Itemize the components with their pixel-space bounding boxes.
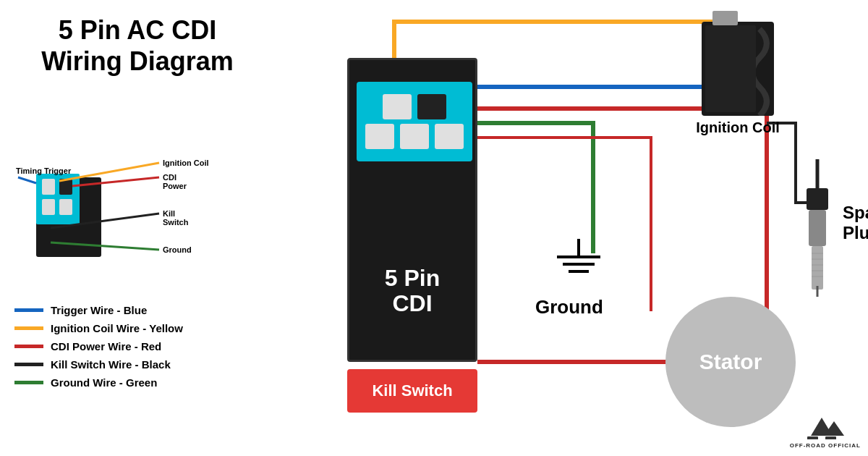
coil-winding-svg — [702, 22, 774, 116]
svg-text:Kill: Kill — [163, 209, 175, 218]
blue-legend-label: Trigger Wire - Blue — [51, 304, 147, 316]
stator-circle: Stator — [665, 297, 796, 427]
svg-rect-40 — [825, 436, 836, 439]
ignition-coil-assembly: Ignition Coil — [702, 22, 788, 136]
yellow-line-indicator — [14, 326, 43, 330]
cdi-connector — [357, 82, 472, 161]
svg-rect-27 — [809, 210, 826, 246]
connector-pin-2 — [417, 94, 446, 119]
connector-top-row — [383, 94, 446, 119]
stator-label: Stator — [699, 350, 762, 374]
svg-text:CDI: CDI — [163, 173, 176, 182]
svg-rect-2 — [42, 179, 55, 195]
svg-text:Timing Trigger: Timing Trigger — [16, 166, 72, 175]
legend-item-red: CDI Power Wire - Red — [14, 340, 217, 352]
ground-svg-icon — [535, 239, 622, 297]
wire-legend: Trigger Wire - Blue Ignition Coil Wire -… — [14, 304, 217, 394]
black-line-indicator — [14, 363, 43, 366]
red-legend-label: CDI Power Wire - Red — [51, 340, 161, 352]
spark-plug-svg — [796, 159, 839, 304]
svg-text:Ground: Ground — [163, 245, 192, 254]
ignition-coil-label: Ignition Coil — [687, 119, 788, 136]
ground-symbol: Ground — [535, 239, 622, 318]
black-legend-label: Kill Switch Wire - Black — [51, 358, 171, 371]
svg-rect-4 — [42, 199, 55, 215]
cdi-main-box: 5 PinCDI — [347, 58, 477, 362]
blue-line-indicator — [14, 308, 43, 312]
red-line-indicator — [14, 345, 43, 348]
green-line-indicator — [14, 381, 43, 384]
logo-svg — [804, 410, 847, 439]
small-cdi-svg: Timing Trigger Ignition Coil CDI Power K… — [14, 134, 231, 300]
cdi-main-label: 5 PinCDI — [349, 266, 475, 316]
legend-item-green: Ground Wire - Green — [14, 376, 217, 389]
kill-switch-label: Kill Switch — [372, 381, 452, 400]
connector-pin-5 — [435, 124, 464, 149]
svg-rect-5 — [59, 199, 72, 215]
spark-plug-assembly: Spark Plug — [796, 159, 839, 307]
svg-rect-37 — [807, 436, 818, 439]
brand-name: OFF-ROAD OFFICIAL — [790, 442, 861, 449]
connector-bottom-row — [365, 124, 464, 149]
legend-item-yellow: Ignition Coil Wire - Yellow — [14, 322, 217, 334]
svg-text:Power: Power — [163, 182, 187, 190]
brand-logo: OFF-ROAD OFFICIAL — [790, 410, 861, 449]
kill-switch-box: Kill Switch — [347, 369, 477, 413]
connector-pin-3 — [365, 124, 394, 149]
legend-item-black: Kill Switch Wire - Black — [14, 358, 217, 371]
spark-plug-label: Spark Plug — [843, 203, 868, 243]
ground-text-label: Ground — [535, 296, 622, 318]
ignition-coil-box — [702, 22, 774, 116]
svg-rect-24 — [705, 25, 756, 112]
svg-text:Ignition Coil: Ignition Coil — [163, 159, 209, 167]
connector-pin-4 — [400, 124, 429, 149]
legend-item-blue: Trigger Wire - Blue — [14, 304, 217, 316]
svg-text:Switch: Switch — [163, 218, 189, 227]
yellow-legend-label: Ignition Coil Wire - Yellow — [51, 322, 183, 334]
main-diagram: 5 PinCDI Kill Switch Ground Ignition Coi… — [260, 0, 868, 456]
green-legend-label: Ground Wire - Green — [51, 376, 157, 389]
svg-rect-28 — [812, 246, 823, 290]
connector-pin-1 — [383, 94, 412, 119]
small-cdi-diagram: Timing Trigger Ignition Coil CDI Power K… — [14, 134, 231, 300]
svg-rect-26 — [807, 188, 828, 210]
svg-line-6 — [18, 177, 36, 183]
page-title: 5 Pin AC CDI Wiring Diagram — [14, 14, 260, 77]
